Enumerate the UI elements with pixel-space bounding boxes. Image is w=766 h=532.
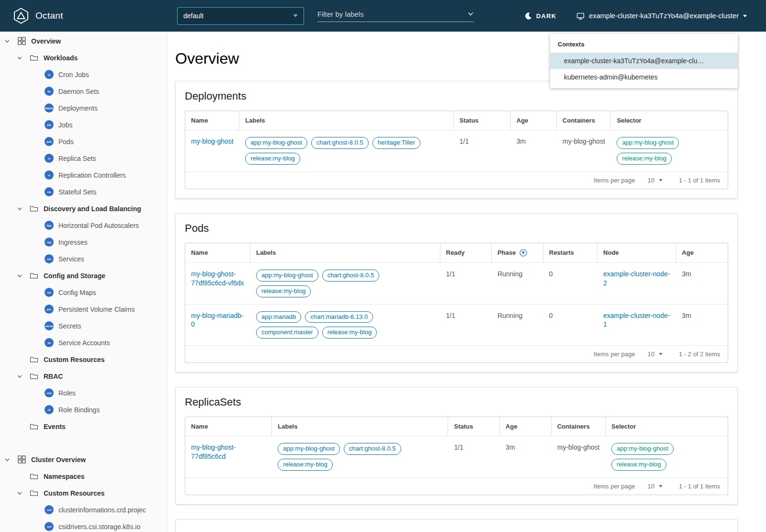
- theme-toggle-button[interactable]: DARK: [524, 12, 556, 20]
- cell-text: my-blog-ghost: [552, 436, 606, 477]
- folder-icon: [29, 423, 39, 430]
- label-pill[interactable]: release:my-blog: [245, 153, 300, 165]
- sidebar-item-label: csidrivers.csi.storage.k8s.io: [58, 523, 140, 531]
- label-pill[interactable]: app:my-blog-ghost: [245, 137, 307, 149]
- topbar: Octant default DARK example-cluster-ka3T…: [0, 0, 766, 32]
- sidebar-item-cluster-overview[interactable]: Cluster Overview: [0, 451, 167, 468]
- sidebar-item-role-bindings[interactable]: rbRole Bindings: [0, 401, 167, 418]
- context-menu-item[interactable]: example-cluster-ka3TuTzYo4a@example-clu…: [550, 53, 738, 69]
- pagination: Items per page101 - 1 of 1 items: [185, 477, 728, 495]
- cell-text: Running: [492, 305, 543, 346]
- sidebar-item-rbac[interactable]: RBAC: [0, 368, 167, 385]
- sidebar-item-horizontal-pod-autoscalers[interactable]: hpaHorizontal Pod Autoscalers: [0, 217, 167, 234]
- label-pill[interactable]: release:my-blog: [256, 285, 311, 297]
- sidebar-item-persistent-volume-claims[interactable]: pvcPersistent Volume Claims: [0, 301, 167, 317]
- resource-link[interactable]: my-blog-mariadb-0: [191, 312, 244, 328]
- items-per-page-select[interactable]: 10: [648, 351, 663, 358]
- sidebar-item-cron-jobs[interactable]: cjCron Jobs: [0, 66, 167, 83]
- octant-logo-icon: [12, 7, 30, 24]
- sidebar-item-service-accounts[interactable]: saService Accounts: [0, 334, 167, 351]
- label-pill[interactable]: release:my-blog: [278, 459, 333, 471]
- sidebar-item-namespaces[interactable]: Namespaces: [0, 468, 167, 485]
- folder-icon: [29, 54, 39, 61]
- label-pill[interactable]: release:my-blog: [322, 327, 377, 339]
- label-pill[interactable]: app:my-blog-ghost: [278, 443, 340, 455]
- sidebar-item-label: Replica Sets: [58, 155, 96, 162]
- sidebar-item-overview[interactable]: Overview: [0, 33, 167, 49]
- label-pill[interactable]: component:master: [256, 327, 318, 339]
- namespace-select-value: default: [183, 12, 203, 20]
- column-header-label: Phase: [497, 249, 516, 256]
- sidebar-item-ingresses[interactable]: ingIngresses: [0, 234, 167, 250]
- resource-link[interactable]: my-blog-ghost: [191, 137, 234, 145]
- resource-link[interactable]: example-cluster-node-1: [603, 312, 670, 328]
- filter-icon[interactable]: [519, 249, 527, 257]
- sidebar-item-replication-controllers[interactable]: rcReplication Controllers: [0, 167, 167, 183]
- sidebar-item-services[interactable]: svcServices: [0, 250, 167, 267]
- sidebar-item-custom-resources[interactable]: Custom Resources: [0, 351, 167, 368]
- deployments-card: Deployments NameLabelsStatusAgeContainer…: [175, 81, 738, 199]
- caret-down-icon: [659, 353, 663, 355]
- roles-icon: role: [45, 388, 54, 397]
- items-per-page-label: Items per page: [594, 177, 635, 184]
- namespace-select[interactable]: default: [177, 7, 304, 25]
- sidebar-item-daemon-sets[interactable]: dsDaemon Sets: [0, 83, 167, 100]
- sidebar-item-pods[interactable]: podPods: [0, 133, 167, 150]
- cell-name: my-blog-ghost: [185, 130, 239, 171]
- sidebar-item-workloads[interactable]: Workloads: [0, 49, 167, 66]
- context-label: example-cluster-ka3TuTzYo4a@example-clus…: [589, 12, 739, 20]
- items-per-page-select[interactable]: 10: [648, 177, 663, 184]
- column-header-label: Node: [603, 249, 619, 256]
- sidebar-item-replica-sets[interactable]: rsReplica Sets: [0, 150, 167, 167]
- sidebar-item-events[interactable]: Events: [0, 418, 167, 435]
- sidebar-item-discovery-and-load-balancing[interactable]: Discovery and Load Balancing: [0, 200, 167, 217]
- label-filter[interactable]: [317, 10, 474, 22]
- label-pill[interactable]: chart:mariadb-6.13.0: [305, 311, 373, 323]
- sidebar-item-clusterinformations[interactable]: crdclusterinformations.crd.projec: [0, 501, 167, 518]
- sidebar-item-cluster-custom-resources[interactable]: Custom Resources: [0, 485, 167, 501]
- sidebar-item-label: Config Maps: [58, 289, 96, 296]
- sidebar-item-jobs[interactable]: jobJobs: [0, 116, 167, 133]
- column-header-label: Age: [506, 423, 518, 430]
- secrets-icon: secret: [45, 321, 54, 330]
- labels-group: app:my-blog-ghostchart:ghost-8.0.5herita…: [245, 137, 448, 165]
- folder-icon: [29, 473, 39, 480]
- resource-link[interactable]: my-blog-ghost-77df85c6cd: [191, 443, 236, 460]
- cell-name: example-cluster-node-2: [597, 263, 676, 304]
- column-header-label: Name: [191, 249, 208, 256]
- sidebar-item-label: clusterinformations.crd.projec: [58, 506, 146, 514]
- sidebar-item-config-and-storage[interactable]: Config and Storage: [0, 267, 167, 284]
- sidebar-item-secrets[interactable]: secretSecrets: [0, 317, 167, 334]
- resource-link[interactable]: my-blog-ghost-77df85c6cd-vf6dx: [191, 270, 244, 287]
- context-selector[interactable]: example-cluster-ka3TuTzYo4a@example-clus…: [576, 12, 747, 20]
- label-pill[interactable]: chart:ghost-8.0.5: [311, 137, 369, 149]
- sidebar-item-roles[interactable]: roleRoles: [0, 385, 167, 401]
- column-header-label: Selector: [617, 117, 641, 124]
- label-filter-input[interactable]: [317, 10, 463, 18]
- label-pill[interactable]: chart:ghost-8.0.5: [344, 443, 401, 455]
- label-pill[interactable]: app:my-blog-ghost: [256, 270, 318, 282]
- column-header-name: Name: [185, 243, 250, 262]
- replicasets-card: ReplicaSets NameLabelsStatusAgeContainer…: [175, 387, 738, 505]
- label-pill[interactable]: app:mariadb: [256, 311, 301, 323]
- column-header-ready: Ready: [440, 243, 492, 262]
- cell-text: 3m: [500, 436, 552, 477]
- selector-pill: release:my-blog: [617, 153, 672, 165]
- label-pill[interactable]: heritage:Tiller: [372, 137, 420, 149]
- sidebar-item-label: Role Bindings: [58, 406, 100, 414]
- items-per-page-select[interactable]: 10: [648, 483, 663, 490]
- chevron-down-icon: [4, 38, 17, 44]
- card-title: Deployments: [185, 90, 728, 102]
- pagination: Items per page101 - 1 of 1 items: [185, 171, 728, 189]
- sidebar-item-label: Discovery and Load Balancing: [44, 205, 141, 213]
- resource-link[interactable]: example-cluster-node-2: [603, 270, 670, 287]
- column-header-label: Labels: [278, 423, 297, 430]
- context-menu-item[interactable]: kubernetes-admin@kubernetes: [550, 69, 738, 85]
- sidebar-item-stateful-sets[interactable]: stsStateful Sets: [0, 183, 167, 200]
- cell-value: 3m: [682, 270, 691, 278]
- label-pill[interactable]: chart:ghost-8.0.5: [322, 270, 380, 282]
- folder-icon: [29, 272, 39, 279]
- sidebar-item-deployments[interactable]: deployDeployments: [0, 100, 167, 116]
- sidebar-item-csidrivers[interactable]: crdcsidrivers.csi.storage.k8s.io: [0, 518, 167, 532]
- sidebar-item-config-maps[interactable]: cmConfig Maps: [0, 284, 167, 301]
